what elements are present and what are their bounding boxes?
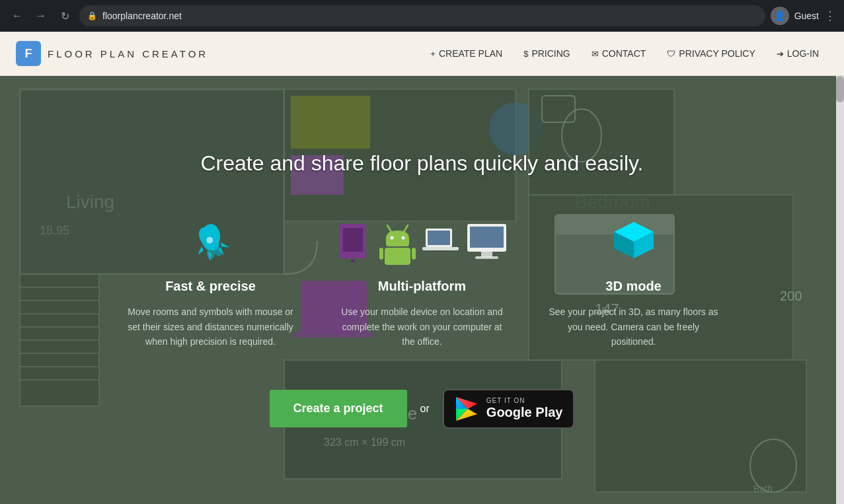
site-header: F FLOOR PLAN CREATOR + CREATE PLAN $ PRI… (0, 32, 844, 76)
svg-rect-48 (385, 248, 410, 265)
forward-button[interactable]: → (32, 7, 50, 25)
main-nav: + CREATE PLAN $ PRICING ✉ CONTACT 🛡 PRIV… (421, 43, 828, 64)
plus-icon: + (430, 49, 436, 59)
hero-content: Create and share floor plans quickly and… (0, 76, 844, 504)
tablet-icon (336, 219, 373, 265)
svg-rect-54 (422, 247, 459, 250)
user-label: Guest (794, 11, 819, 21)
google-play-large-text: Google Play (486, 404, 563, 420)
cta-row: Create a project or (270, 389, 575, 429)
logo-area: F FLOOR PLAN CREATOR (16, 41, 421, 66)
feature-3d-mode-desc: See your project in 3D, as many floors a… (548, 305, 720, 349)
google-play-button[interactable]: GET IT ON Google Play (443, 389, 575, 429)
nav-create-plan[interactable]: + CREATE PLAN (421, 43, 512, 64)
svg-rect-43 (351, 260, 355, 262)
feature-3d-mode: 3D mode See your project in 3D, as many … (548, 215, 720, 349)
feature-multi-platform-title: Multi-platform (378, 279, 466, 294)
google-play-small-text: GET IT ON (486, 397, 563, 404)
feature-fast-precise-desc: Move rooms and symbols with mouse or set… (125, 305, 297, 349)
rocket-icon (188, 219, 234, 265)
feature-multi-platform-desc: Use your mobile device on location and c… (336, 305, 508, 349)
create-project-button[interactable]: Create a project (270, 390, 407, 427)
multiplatform-icon-container (336, 215, 508, 268)
url-text: floorplancreator.net (102, 11, 182, 21)
android-icon (379, 219, 416, 265)
platform-icons (336, 219, 508, 265)
features-row: Fast & precise Move rooms and symbols wi… (125, 215, 720, 349)
user-area: 👤 Guest ⋮ (771, 7, 836, 25)
site-title: FLOOR PLAN CREATOR (48, 48, 208, 59)
nav-pricing-label: PRICING (531, 48, 570, 59)
or-separator: or (420, 403, 430, 415)
svg-line-45 (404, 225, 408, 232)
browser-menu-button[interactable]: ⋮ (824, 9, 836, 23)
cube-icon (611, 219, 657, 265)
reload-button[interactable]: ↻ (56, 7, 74, 25)
nav-login-label: LOG-IN (787, 48, 819, 59)
nav-contact-label: CONTACT (602, 48, 646, 59)
shield-icon: 🛡 (667, 49, 675, 59)
feature-multi-platform: Multi-platform Use your mobile device on… (336, 215, 508, 349)
nav-privacy-label: PRIVACY POLICY (679, 48, 755, 59)
svg-point-47 (401, 236, 404, 240)
nav-contact[interactable]: ✉ CONTACT (582, 43, 656, 64)
logo-letter: F (25, 47, 32, 61)
svg-rect-53 (428, 231, 450, 245)
svg-rect-58 (475, 256, 498, 259)
browser-chrome: ← → ↻ 🔒 floorplancreator.net 👤 Guest ⋮ (0, 0, 844, 32)
nav-create-plan-label: CREATE PLAN (439, 48, 502, 59)
feature-3d-mode-title: 3D mode (605, 279, 661, 294)
svg-line-44 (387, 225, 391, 232)
nav-login[interactable]: ➔ LOG-IN (767, 43, 828, 64)
scrollbar[interactable] (836, 76, 844, 504)
avatar: 👤 (771, 7, 789, 25)
google-play-text: GET IT ON Google Play (486, 397, 563, 420)
nav-privacy[interactable]: 🛡 PRIVACY POLICY (658, 43, 764, 64)
monitor-icon (465, 219, 508, 265)
svg-rect-50 (412, 248, 416, 260)
laptop-icon (422, 219, 459, 265)
lock-icon: 🔒 (87, 11, 97, 20)
svg-rect-57 (481, 252, 492, 257)
back-button[interactable]: ← (8, 7, 26, 25)
hero-title: Create and share floor plans quickly and… (201, 151, 644, 176)
cube-icon-container (611, 215, 657, 268)
mail-icon: ✉ (592, 49, 599, 59)
feature-fast-precise: Fast & precise Move rooms and symbols wi… (125, 215, 297, 349)
hero-section: Living 18.95 Bedroom 147 200 (0, 76, 844, 504)
rocket-icon-container (188, 215, 234, 268)
login-icon: ➔ (777, 49, 784, 59)
feature-fast-precise-title: Fast & precise (165, 279, 256, 294)
svg-rect-49 (379, 248, 383, 260)
svg-rect-56 (470, 227, 504, 248)
google-play-icon (455, 396, 479, 422)
svg-rect-42 (343, 228, 363, 252)
address-bar[interactable]: 🔒 floorplancreator.net (79, 5, 765, 26)
dollar-icon: $ (523, 49, 528, 59)
logo-box: F (16, 41, 41, 66)
scrollbar-thumb[interactable] (836, 76, 844, 102)
nav-pricing[interactable]: $ PRICING (514, 43, 580, 64)
svg-point-46 (390, 236, 393, 240)
